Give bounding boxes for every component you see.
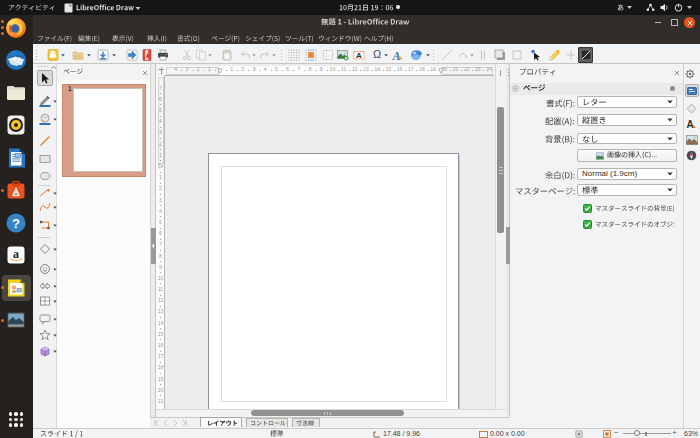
svg-text:A: A <box>686 119 693 130</box>
svg-text:A: A <box>356 51 362 60</box>
svg-text:?: ? <box>12 215 20 230</box>
svg-text:a: a <box>13 247 19 261</box>
svg-text:A: A <box>391 49 400 61</box>
